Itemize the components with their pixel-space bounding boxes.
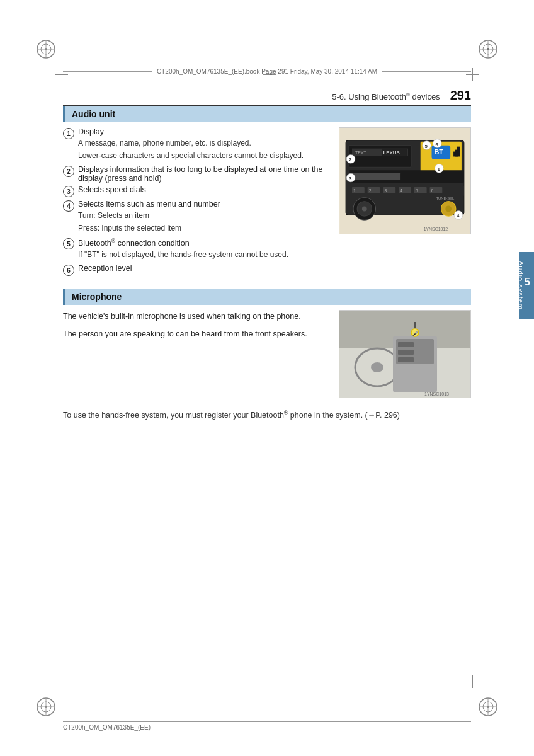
audio-unit-image: TEXT LEXUS BT	[339, 127, 471, 278]
file-info-bar: CT200h_OM_OM76135E_(EE).book Page 291 Fr…	[63, 68, 471, 75]
item-3-number: 3	[63, 186, 74, 197]
svg-text:5: 5	[416, 188, 418, 193]
svg-text:1: 1	[437, 166, 440, 172]
side-tab-number: 5	[525, 277, 531, 288]
item-6-number: 6	[63, 265, 74, 276]
svg-text:3: 3	[384, 188, 387, 193]
svg-text:1: 1	[353, 188, 356, 193]
item-2-content: Displays information that is too long to…	[78, 165, 329, 183]
corner-decoration-br	[477, 696, 499, 718]
item-4-content: Selects items such as menu and number Tu…	[78, 200, 329, 235]
item-3-title: Selects speed dials	[78, 185, 146, 194]
item-4-title: Selects items such as menu and number	[78, 200, 220, 209]
audio-unit-diagram: TEXT LEXUS BT	[339, 127, 471, 234]
svg-rect-40	[351, 173, 401, 180]
corner-decoration-tr	[477, 38, 499, 60]
side-tab: 5 Audio system	[519, 252, 534, 319]
item-2: 2 Displays information that is too long …	[63, 165, 329, 183]
svg-text:6: 6	[431, 188, 434, 193]
microphone-text: The vehicle's built-in microphone is use…	[63, 310, 329, 398]
item-1-sub: A message, name, phone number, etc. is d…	[78, 137, 329, 161]
microphone-content: The vehicle's built-in microphone is use…	[63, 310, 471, 398]
svg-text:4: 4	[400, 188, 402, 193]
svg-text:6: 6	[435, 142, 438, 147]
item-5-title: Bluetooth® connection condition	[78, 239, 190, 248]
svg-point-59	[362, 207, 367, 212]
page-header: 5-6. Using Bluetooth® devices 291	[63, 88, 471, 106]
item-3: 3 Selects speed dials	[63, 185, 329, 197]
item-1-content: Display A message, name, phone number, e…	[78, 127, 329, 163]
item-1-number: 1	[63, 128, 74, 139]
item-6: 6 Reception level	[63, 264, 329, 276]
side-tab-label: Audio system	[517, 261, 525, 310]
file-info-text: CT200h_OM_OM76135E_(EE).book Page 291 Fr…	[157, 68, 377, 75]
item-1-title: Display	[78, 127, 104, 136]
svg-text:TEXT: TEXT	[355, 151, 366, 155]
item-4: 4 Selects items such as menu and number …	[63, 200, 329, 235]
svg-text:1YNSC1012: 1YNSC1012	[424, 227, 448, 231]
svg-text:5: 5	[425, 144, 428, 149]
audio-unit-text: 1 Display A message, name, phone number,…	[63, 127, 329, 278]
item-4-sub: Turn: Selects an item Press: Inputs the …	[78, 210, 329, 234]
item-1: 1 Display A message, name, phone number,…	[63, 127, 329, 163]
svg-rect-32	[457, 147, 460, 157]
svg-text:🎤: 🎤	[412, 331, 418, 336]
bottom-note: To use the hands-free system, you must r…	[63, 408, 471, 421]
svg-rect-79	[398, 357, 414, 362]
footer-text: CT200h_OM_OM76135E_(EE)	[63, 724, 151, 731]
corner-decoration-tl	[35, 38, 57, 60]
svg-text:4: 4	[457, 213, 460, 219]
svg-rect-78	[398, 350, 414, 355]
svg-text:2: 2	[349, 157, 352, 163]
svg-point-71	[371, 362, 383, 372]
microphone-section: Microphone The vehicle's built-in microp…	[63, 289, 471, 398]
item-5: 5 Bluetooth® connection condition If "BT…	[63, 238, 329, 261]
item-5-sub: If "BT" is not displayed, the hands-free…	[78, 249, 329, 260]
svg-text:2: 2	[369, 188, 372, 193]
item-2-number: 2	[63, 166, 74, 177]
main-content: Audio unit 1 Display A message, name, ph…	[63, 106, 471, 693]
item-4-number: 4	[63, 200, 74, 212]
item-3-content: Selects speed dials	[78, 185, 329, 194]
item-6-content: Reception level	[78, 264, 329, 273]
svg-text:BT: BT	[434, 148, 443, 156]
audio-unit-section-header: Audio unit	[63, 106, 471, 122]
microphone-section-header: Microphone	[63, 289, 471, 305]
microphone-image: 🎤 1YNSC1013	[339, 310, 471, 398]
item-6-title: Reception level	[78, 264, 132, 273]
svg-text:TUNE·SEL: TUNE·SEL	[436, 197, 455, 200]
svg-text:LEXUS: LEXUS	[383, 150, 399, 156]
item-5-number: 5	[63, 238, 74, 249]
header-title: 5-6. Using Bluetooth® devices	[332, 92, 440, 101]
corner-decoration-bl	[35, 696, 57, 718]
page-number: 291	[450, 88, 471, 103]
svg-rect-77	[398, 342, 414, 347]
svg-text:3: 3	[349, 176, 352, 181]
item-5-content: Bluetooth® connection condition If "BT" …	[78, 238, 329, 261]
audio-unit-content: 1 Display A message, name, phone number,…	[63, 127, 471, 278]
svg-point-61	[445, 206, 452, 212]
svg-text:1YNSC1013: 1YNSC1013	[424, 392, 449, 396]
footer: CT200h_OM_OM76135E_(EE)	[63, 724, 471, 731]
item-2-title: Displays information that is too long to…	[78, 165, 322, 183]
